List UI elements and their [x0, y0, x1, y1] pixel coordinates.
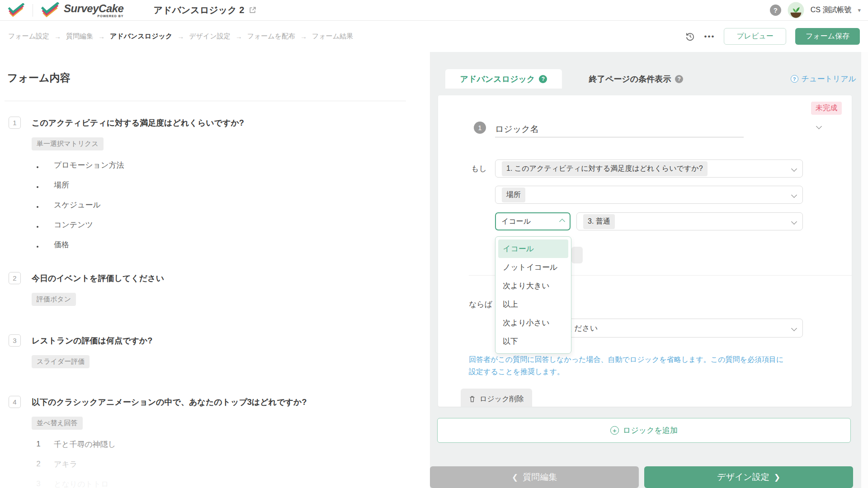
operator-select[interactable]: イコール — [495, 212, 571, 230]
hidden-chip-fragment — [571, 247, 583, 263]
account-caret-icon[interactable]: ▾ — [858, 7, 861, 14]
matrix-row: 場所 — [9, 175, 397, 195]
brand-subtext: POWERED BY — [98, 14, 124, 18]
then-label: ならば — [469, 299, 492, 310]
breadcrumb: フォーム設定 → 質問編集 → アドバンスロジック → デザイン設定 → フォー… — [8, 32, 353, 41]
dropdown-option-less-or-equal[interactable]: 以下 — [495, 332, 571, 351]
history-icon[interactable] — [685, 31, 695, 42]
matrix-row: コンテンツ — [9, 215, 397, 235]
next-step-button[interactable]: デザイン設定 ❯ — [644, 466, 853, 488]
avatar[interactable] — [788, 2, 804, 19]
dropdown-option-not-equal[interactable]: ノットイコール — [495, 258, 571, 277]
form-title-text: アドバンスロジック 2 — [153, 4, 244, 16]
question-type-badge: スライダー評価 — [32, 355, 90, 368]
prev-step-button[interactable]: ❮ 質問編集 — [430, 466, 639, 488]
brand-name: SurveyCake — [64, 3, 123, 14]
ranked-item: 2アキラ — [9, 454, 397, 474]
app-header: SurveyCake POWERED BY アドバンスロジック 2 ? CS 測… — [0, 0, 868, 21]
question-type-badge: 単一選択マトリクス — [32, 137, 104, 150]
bullet-icon — [37, 186, 38, 188]
question-title: 今日のイベントを評価してください — [32, 273, 164, 284]
question-title: レストランの評価は何点ですか? — [32, 335, 152, 346]
toolbar: フォーム設定 → 質問編集 → アドバンスロジック → デザイン設定 → フォー… — [0, 21, 868, 52]
tab-advanced-logic[interactable]: アドバンスロジック ? — [445, 69, 562, 89]
help-icon: ? — [791, 75, 798, 83]
logic-name-input[interactable]: ロジック名 — [495, 123, 539, 135]
question-number-badge: 2 — [9, 272, 21, 284]
preview-button[interactable]: プレビュー — [724, 28, 786, 45]
question-select[interactable]: 1. このアクティビティに対する満足度はどれくらいですか? — [495, 160, 803, 178]
answer-value-select[interactable]: 3. 普通 — [576, 212, 803, 230]
form-title: アドバンスロジック 2 — [153, 4, 256, 16]
matrix-row: プロモーション方法 — [9, 155, 397, 175]
header-divider — [33, 4, 33, 17]
bullet-icon — [37, 206, 38, 208]
surveycake-mark-icon — [7, 3, 25, 18]
help-icon[interactable]: ? — [675, 75, 683, 83]
question-item-1[interactable]: 1 このアクティビティに対する満足度はどれくらいですか? 単一選択マトリクス プ… — [9, 117, 397, 254]
question-type-badge: 並べ替え回答 — [32, 417, 83, 430]
question-type-badge: 評価ボタン — [32, 293, 76, 306]
breadcrumb-design-settings[interactable]: デザイン設定 — [189, 32, 230, 41]
question-item-4[interactable]: 4 以下のクラシックアニメーションの中で、あなたのトップ3はどれですか? 並べ替… — [9, 396, 397, 488]
dropdown-option-greater-than[interactable]: 次より大きい — [495, 277, 571, 295]
question-number-badge: 4 — [9, 396, 21, 408]
breadcrumb-form-settings[interactable]: フォーム設定 — [8, 32, 49, 41]
selected-question-chip: 1. このアクティビティに対する満足度はどれくらいですか? — [502, 161, 708, 176]
logic-pane: アドバンスロジック ? 終了ページの条件表示 ? ? チュートリアル 未完成 1… — [430, 52, 868, 488]
question-number-badge: 1 — [9, 117, 21, 129]
matrix-row: スケジュール — [9, 195, 397, 215]
delete-logic-button[interactable]: ロジック削除 — [461, 389, 532, 407]
breadcrumb-arrow-icon: → — [98, 33, 105, 40]
page-title: フォーム内容 — [7, 71, 71, 85]
logic-index-badge: 1 — [474, 122, 486, 134]
breadcrumb-question-edit[interactable]: 質問編集 — [66, 32, 93, 41]
add-logic-button[interactable]: + ロジックを追加 — [437, 418, 851, 443]
account-name[interactable]: CS 測試帳號 — [811, 5, 852, 15]
dropdown-option-less-than[interactable]: 次より小さい — [495, 314, 571, 332]
tab-ending-page-conditions[interactable]: 終了ページの条件表示 ? — [573, 69, 699, 89]
matrix-row-select[interactable]: 場所 — [495, 186, 803, 204]
selected-value-chip: 3. 普通 — [583, 214, 615, 229]
question-title: このアクティビティに対する満足度はどれくらいですか? — [32, 117, 244, 128]
chevron-down-icon — [791, 192, 797, 198]
surveycake-mark-icon — [40, 2, 60, 18]
matrix-row: 価格 — [9, 235, 397, 254]
question-number-badge: 3 — [9, 334, 21, 347]
more-options-icon[interactable]: ••• — [704, 32, 715, 41]
main-content: フォーム内容 1 このアクティビティに対する満足度はどれくらいですか? 単一選択… — [0, 52, 868, 488]
collapse-chevron-icon[interactable] — [816, 123, 822, 129]
trash-icon — [469, 395, 476, 403]
help-icon[interactable]: ? — [539, 75, 547, 83]
chevron-right-icon: ❯ — [774, 473, 780, 482]
scrollbar-track[interactable] — [861, 52, 868, 488]
plus-icon: + — [610, 426, 619, 435]
ranked-item: 1千と千尋の神隠し — [9, 434, 397, 454]
external-link-icon[interactable] — [249, 6, 256, 14]
if-label: もし — [471, 164, 487, 174]
question-item-2[interactable]: 2 今日のイベントを評価してください 評価ボタン — [9, 272, 397, 306]
chevron-down-icon — [791, 166, 797, 172]
input-underline — [495, 137, 744, 137]
dropdown-option-equal[interactable]: イコール — [498, 239, 568, 258]
chevron-up-icon — [559, 219, 565, 225]
breadcrumb-arrow-icon: → — [236, 33, 242, 40]
skip-logic-helper-text: 回答者がこの質問に回答しなかった場合、自動でロジックを省略します。この質問を必須… — [469, 353, 791, 378]
operator-value: イコール — [501, 217, 531, 226]
tutorial-link[interactable]: ? チュートリアル — [791, 74, 856, 84]
divider — [5, 101, 406, 101]
save-form-button[interactable]: フォーム保存 — [795, 28, 860, 45]
breadcrumb-arrow-icon: → — [300, 33, 307, 40]
status-badge: 未完成 — [811, 102, 842, 115]
bullet-icon — [37, 246, 38, 248]
question-item-3[interactable]: 3 レストランの評価は何点ですか? スライダー評価 — [9, 334, 397, 368]
breadcrumb-advanced-logic[interactable]: アドバンスロジック — [110, 32, 172, 41]
dropdown-option-greater-or-equal[interactable]: 以上 — [495, 295, 571, 314]
surveycake-logo: SurveyCake POWERED BY — [40, 2, 123, 18]
help-icon[interactable]: ? — [770, 5, 781, 16]
breadcrumb-distribute[interactable]: フォームを配布 — [247, 32, 295, 41]
breadcrumb-arrow-icon: → — [54, 33, 61, 40]
breadcrumb-results[interactable]: フォーム結果 — [312, 32, 353, 41]
selected-row-chip: 場所 — [502, 188, 525, 202]
header-right: ? CS 測試帳號 ▾ — [770, 2, 861, 19]
